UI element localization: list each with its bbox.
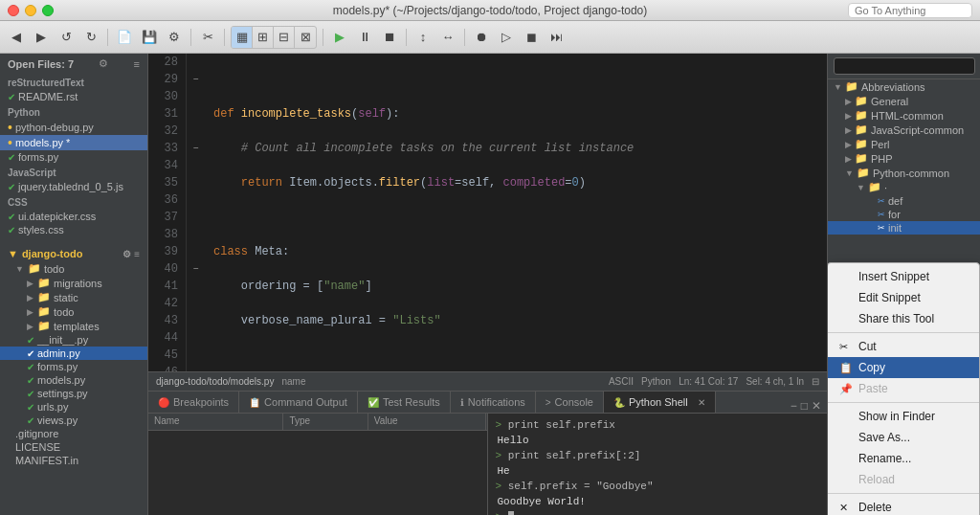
save-button[interactable]: 💾 (139, 27, 160, 48)
tab-breakpoints[interactable]: 🔴 Breakpoints (148, 392, 239, 413)
sidebar-item-urls[interactable]: ✔ urls.py (0, 400, 147, 414)
status-bar: django-todo/todo/models.py name ASCII Py… (148, 371, 827, 391)
sidebar-item-styles[interactable]: ✔ styles.css (0, 223, 147, 236)
ctx-delete[interactable]: ✕ Delete (828, 497, 979, 515)
ctx-edit-snippet[interactable]: Edit Snippet (828, 287, 979, 308)
play2-button[interactable]: ▷ (496, 27, 517, 48)
minimize-button[interactable] (25, 5, 36, 16)
new-file-button[interactable]: 📄 (114, 27, 135, 48)
ctx-save-as[interactable]: Save As... (828, 427, 979, 448)
tab-python-shell[interactable]: 🐍 Python Shell ✕ (604, 392, 716, 413)
layout-1-button[interactable]: ▦ (232, 27, 253, 48)
file-label: admin.py (37, 347, 80, 359)
folder-icon: 📁 (857, 167, 870, 179)
sn-perl[interactable]: ▶ 📁 Perl (828, 137, 980, 151)
sidebar-item-license[interactable]: LICENSE (0, 440, 147, 454)
sidebar-item-forms[interactable]: ✔ forms.py (0, 150, 147, 164)
close-button[interactable] (8, 5, 19, 16)
ctx-insert-snippet[interactable]: Insert Snippet (828, 266, 979, 287)
sidebar-item-todo-sub[interactable]: ▶ 📁 todo (0, 304, 147, 319)
folder-label: PHP (871, 153, 893, 165)
sn-html-common[interactable]: ▶ 📁 HTML-common (828, 108, 980, 123)
sidebar-settings-icon[interactable]: ⚙ (99, 57, 108, 70)
fold-33[interactable]: − (193, 140, 199, 157)
fold-40[interactable]: − (193, 260, 199, 278)
goto-anything-input[interactable] (848, 3, 972, 18)
sidebar-item-manifest[interactable]: MANIFEST.in (0, 454, 147, 467)
forward-button[interactable]: ▶ (31, 27, 52, 48)
sn-dot-folder[interactable]: ▼ 📁 · (828, 180, 980, 194)
layout-3-button[interactable]: ⊟ (274, 27, 295, 48)
sidebar-item-jquery[interactable]: ✔ jquery.tablednd_0_5.js (0, 180, 147, 193)
sidebar-item-gitignore[interactable]: .gitignore (0, 427, 147, 440)
folder-icon: 📁 (28, 262, 41, 275)
stop-button[interactable]: ⏹ (379, 27, 400, 48)
record-button[interactable]: ⏺ (471, 27, 492, 48)
maximize-button[interactable] (42, 5, 54, 16)
sn-general[interactable]: ▶ 📁 General (828, 94, 980, 108)
ctx-show-in-finder[interactable]: Show in Finder (828, 406, 979, 427)
sidebar-item-settings[interactable]: ✔ settings.py (0, 387, 147, 400)
run-button[interactable]: ▶ (329, 27, 350, 48)
sn-for[interactable]: ✂ for (828, 208, 980, 221)
sidebar-item-readme[interactable]: ✔ README.rst (0, 90, 147, 103)
layout-2-button[interactable]: ⊞ (253, 27, 274, 48)
sidebar-item-python-debug[interactable]: • python-debug.py (0, 120, 147, 135)
back-button[interactable]: ◀ (6, 27, 27, 48)
settings-button[interactable]: ⚙ (164, 27, 185, 48)
sn-init[interactable]: ✂ init (828, 221, 980, 235)
sidebar-item-templates[interactable]: ▶ 📁 templates (0, 319, 147, 333)
tab-command-output[interactable]: 📋 Command Output (239, 392, 358, 413)
ctx-copy[interactable]: 📋 Copy (828, 357, 979, 378)
ctx-share-tool[interactable]: Share this Tool (828, 308, 979, 329)
sidebar-item-static[interactable]: ▶ 📁 static (0, 290, 147, 304)
panel-close-icon[interactable]: ✕ (812, 399, 821, 413)
sidebar-item-migrations[interactable]: ▶ 📁 migrations (0, 276, 147, 290)
fold-icon[interactable]: ⊟ (812, 376, 819, 387)
sidebar-item-models[interactable]: • models.py * (0, 135, 147, 150)
tab-notifications[interactable]: ℹ Notifications (451, 392, 536, 413)
ctx-cut[interactable]: ✂ Cut (828, 336, 979, 357)
project-gear[interactable]: ⚙ ≡ (122, 249, 140, 259)
sidebar-item-datepicker[interactable]: ✔ ui.datepicker.css (0, 210, 147, 223)
sidebar-item-models2[interactable]: ✔ models.py (0, 373, 147, 387)
close-tab-icon[interactable]: ✕ (698, 397, 705, 408)
fold-29[interactable]: − (193, 71, 199, 88)
sidebar-item-admin[interactable]: ✔ admin.py (0, 347, 147, 360)
next-button[interactable]: ⏭ (546, 27, 567, 48)
undo-button[interactable]: ↺ (56, 27, 77, 48)
expand-icon: ▶ (845, 125, 852, 135)
redo-button[interactable]: ↻ (80, 27, 101, 48)
sidebar-expand-icon[interactable]: ≡ (134, 58, 140, 70)
panel-maximize-icon[interactable]: □ (801, 399, 808, 413)
sidebar-item-views[interactable]: ✔ views.py (0, 414, 147, 427)
file-label: ui.datepicker.css (18, 211, 96, 222)
sn-js-common[interactable]: ▶ 📁 JavaScript-common (828, 123, 980, 137)
cut-icon[interactable]: ✂ (197, 27, 218, 48)
panel-minimize-icon[interactable]: − (791, 399, 797, 413)
snippets-search-input[interactable] (834, 57, 975, 75)
ctx-label: Paste (858, 382, 888, 395)
tab-test-results[interactable]: ✅ Test Results (358, 392, 451, 413)
ctx-rename[interactable]: Rename... (828, 448, 979, 469)
sidebar-item-forms2[interactable]: ✔ forms.py (0, 360, 147, 373)
tab-console[interactable]: > Console (536, 392, 604, 413)
sn-abbreviations[interactable]: ▼ 📁 Abbreviations (828, 79, 980, 94)
code-line-35: verbose_name_plural = "Lists" (213, 312, 819, 329)
file-label: forms.py (18, 151, 58, 163)
expand-icon: ▶ (845, 140, 852, 149)
layout-4-button[interactable]: ⊠ (295, 27, 316, 48)
code-line-36 (213, 347, 819, 364)
step-button[interactable]: ↕ (412, 27, 434, 48)
delete-icon: ✕ (839, 502, 853, 514)
stop2-button[interactable]: ◼ (521, 27, 542, 48)
code-editor[interactable]: def incomplete_tasks(self): # Count all … (206, 54, 827, 371)
sn-php[interactable]: ▶ 📁 PHP (828, 151, 980, 166)
step2-button[interactable]: ↔ (437, 27, 458, 48)
sn-def[interactable]: ✂ def (828, 194, 980, 208)
check-icon: ✔ (27, 402, 34, 413)
sidebar-item-init[interactable]: ✔ __init__.py (0, 333, 147, 347)
pause-button[interactable]: ⏸ (354, 27, 375, 48)
sn-python-common[interactable]: ▼ 📁 Python-common (828, 166, 980, 180)
sidebar-item-todo-folder[interactable]: ▼ 📁 todo (0, 261, 147, 276)
